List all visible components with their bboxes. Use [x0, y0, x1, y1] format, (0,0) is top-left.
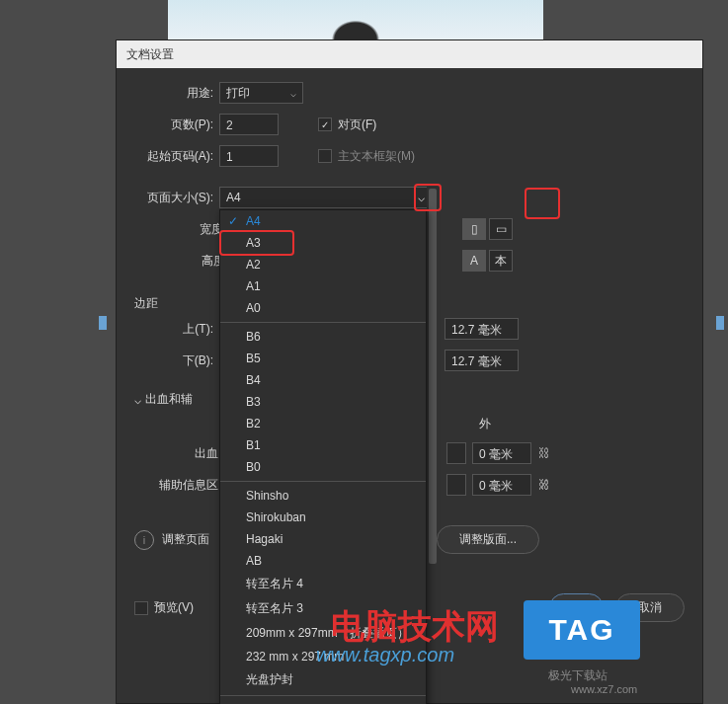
preview-label: 预览(V) — [154, 599, 194, 616]
pages-label: 页数(P): — [134, 117, 213, 133]
orient-portrait-button[interactable]: ▯ — [462, 218, 486, 240]
margin-top-label: 上(T): — [134, 321, 213, 338]
textframe-checkbox[interactable] — [318, 149, 332, 163]
purpose-label: 用途: — [134, 85, 213, 102]
start-page-input[interactable]: 1 — [219, 145, 279, 167]
bleed-field[interactable] — [446, 442, 466, 464]
slug-outer-input[interactable]: 0 毫米 — [472, 474, 531, 496]
orient-landscape-button[interactable]: ▭ — [489, 218, 513, 240]
dropdown-item[interactable]: A1 — [220, 275, 426, 297]
dropdown-item[interactable]: B1 — [220, 434, 426, 456]
link-icon[interactable]: ⛓ — [535, 442, 553, 464]
dropdown-item[interactable]: B5 — [220, 348, 426, 369]
adjust-layout-button[interactable]: 调整版面... — [437, 525, 539, 554]
margin-bottom-label: 下(B): — [134, 352, 213, 369]
bind-left-button[interactable]: A — [462, 250, 486, 272]
outer-column-label: 外 — [455, 416, 515, 432]
purpose-select[interactable]: 打印⌵ — [219, 82, 303, 104]
facing-label: 对页(F) — [338, 117, 376, 133]
adjust-page-label: 调整页面 — [162, 531, 209, 548]
dialog-title: 文档设置 — [117, 40, 702, 68]
dropdown-item[interactable]: A0 — [220, 297, 426, 319]
slug-label: 辅助信息区(U — [134, 477, 231, 494]
unlink-icon[interactable]: ⛓̸ — [535, 474, 553, 496]
chevron-down-icon: ⌵ — [134, 393, 141, 407]
pages-input[interactable]: 2 — [219, 114, 279, 135]
tag-sub-text: 极光下载站 — [548, 667, 607, 684]
info-icon: i — [134, 530, 154, 550]
dropdown-item[interactable]: A4 — [220, 210, 426, 232]
page-size-select[interactable]: A4 ⌵ — [219, 187, 437, 208]
dropdown-item[interactable]: 转至名片 4 — [220, 572, 426, 596]
facing-checkbox[interactable] — [318, 117, 332, 131]
dropdown-item[interactable]: B4 — [220, 369, 426, 391]
dropdown-item[interactable]: AB — [220, 550, 426, 572]
start-page-label: 起始页码(A): — [134, 148, 213, 165]
dropdown-item[interactable]: B0 — [220, 456, 426, 478]
dropdown-item[interactable]: B6 — [220, 326, 426, 348]
dropdown-item[interactable]: Letter — [220, 699, 426, 704]
dropdown-item[interactable]: Shinsho — [220, 485, 426, 507]
slug-field[interactable] — [446, 474, 466, 496]
preview-checkbox[interactable] — [134, 601, 148, 615]
margin-outer-input[interactable]: 12.7 毫米 — [445, 350, 519, 371]
tag-url: www.xz7.com — [571, 683, 637, 695]
bind-right-button[interactable]: 本 — [489, 250, 513, 272]
dropdown-scrollbar[interactable] — [429, 189, 437, 564]
chevron-down-icon: ⌵ — [290, 88, 296, 99]
bleed-label: 出血(D — [134, 445, 231, 462]
dropdown-item[interactable]: 光盘护封 — [220, 667, 426, 692]
textframe-label: 主文本框架(M) — [338, 148, 415, 165]
dropdown-item[interactable]: B2 — [220, 413, 426, 434]
watermark-url: www.tagxp.com — [316, 644, 454, 666]
dropdown-item[interactable]: Hagaki — [220, 528, 426, 550]
dropdown-item[interactable]: A2 — [220, 254, 426, 275]
margin-inner-input[interactable]: 12.7 毫米 — [445, 318, 519, 340]
bleed-expand-toggle[interactable]: ⌵ 出血和辅 — [134, 391, 193, 408]
dropdown-item[interactable]: Shirokuban — [220, 507, 426, 528]
dropdown-item[interactable]: B3 — [220, 391, 426, 413]
tag-badge: TAG — [524, 600, 640, 660]
page-size-label: 页面大小(S): — [134, 190, 213, 206]
dropdown-item[interactable]: A3 — [220, 232, 426, 254]
bleed-outer-input[interactable]: 0 毫米 — [472, 442, 531, 464]
